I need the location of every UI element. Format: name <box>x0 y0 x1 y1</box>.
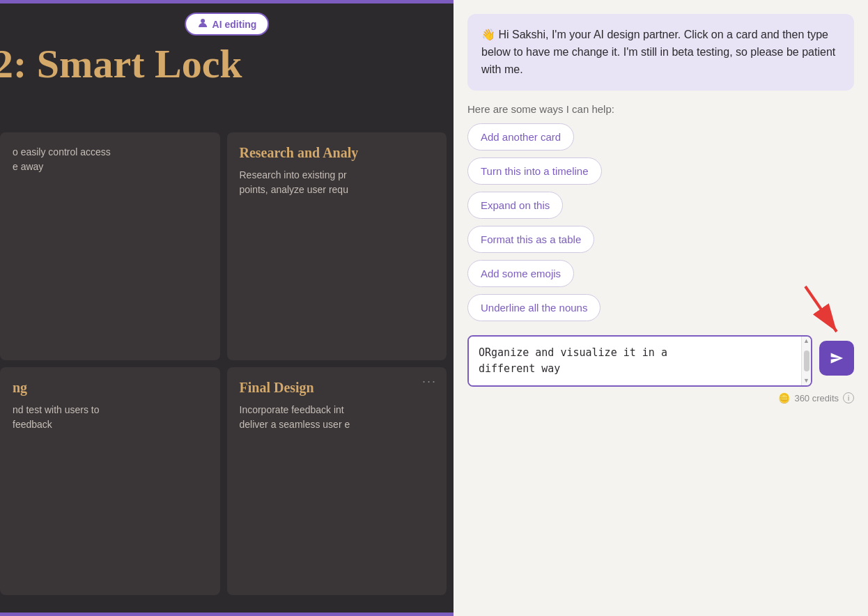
suggestion-buttons: Add another card Turn this into a timeli… <box>467 123 854 321</box>
input-container: <span class="typo-underline">ORganize</s… <box>467 335 854 387</box>
card-1[interactable]: o easily control accesse away <box>0 132 220 360</box>
card-2[interactable]: Research and Analy Research into existin… <box>227 132 447 360</box>
card-4-title: Final Design <box>240 380 435 396</box>
scrollbar-thumb[interactable] <box>804 351 809 371</box>
left-panel: AI editing 2: Smart Lock o easily contro… <box>0 0 454 616</box>
info-icon[interactable]: i <box>843 392 854 403</box>
ai-message-text: 👋 Hi Sakshi, I'm your AI design partner.… <box>481 29 835 75</box>
card-2-body: Research into existing prpoints, analyze… <box>240 168 435 197</box>
ai-editing-badge[interactable]: AI editing <box>185 13 270 36</box>
card-3-title: ng <box>13 380 208 396</box>
scroll-down-arrow[interactable]: ▼ <box>803 378 809 384</box>
right-panel: 👋 Hi Sakshi, I'm your AI design partner.… <box>454 0 868 616</box>
card-3[interactable]: ng nd test with users tofeedback <box>0 367 220 595</box>
credits-bar: 🪙 360 credits i <box>467 387 854 403</box>
ai-editing-label: AI editing <box>212 19 257 30</box>
card-4-menu[interactable]: ··· <box>422 374 437 389</box>
card-1-body: o easily control accesse away <box>13 145 208 174</box>
card-3-body: nd test with users tofeedback <box>13 403 208 432</box>
scroll-up-arrow[interactable]: ▲ <box>803 338 809 344</box>
cards-grid: o easily control accesse away Research a… <box>0 132 454 602</box>
credits-text: 360 credits <box>794 393 839 403</box>
suggestion-timeline[interactable]: Turn this into a timeline <box>467 157 602 185</box>
send-button[interactable] <box>819 341 854 376</box>
scrollbar[interactable]: ▲ ▼ <box>801 337 811 385</box>
ai-message-bubble: 👋 Hi Sakshi, I'm your AI design partner.… <box>467 14 854 91</box>
top-border <box>0 0 454 3</box>
text-input-wrapper[interactable]: <span class="typo-underline">ORganize</s… <box>467 335 812 387</box>
card-4-body: Incorporate feedback intdeliver a seamle… <box>240 403 435 432</box>
suggestion-nouns[interactable]: Underline all the nouns <box>467 294 600 321</box>
ways-label: Here are some ways I can help: <box>467 103 854 115</box>
suggestion-expand[interactable]: Expand on this <box>467 192 563 219</box>
credits-icon: 🪙 <box>778 392 790 403</box>
suggestion-add-card[interactable]: Add another card <box>467 123 574 151</box>
input-area: <span class="typo-underline">ORganize</s… <box>467 335 854 387</box>
suggestion-table[interactable]: Format this as a table <box>467 226 594 253</box>
card-4[interactable]: ··· Final Design Incorporate feedback in… <box>227 367 447 595</box>
card-2-title: Research and Analy <box>240 145 435 161</box>
slide-title: 2: Smart Lock <box>0 42 242 86</box>
message-input[interactable]: <span class="typo-underline">ORganize</s… <box>469 337 801 385</box>
bottom-border <box>0 613 454 616</box>
suggestion-emojis[interactable]: Add some emojis <box>467 260 574 287</box>
person-icon <box>197 17 208 31</box>
svg-point-0 <box>201 19 205 23</box>
